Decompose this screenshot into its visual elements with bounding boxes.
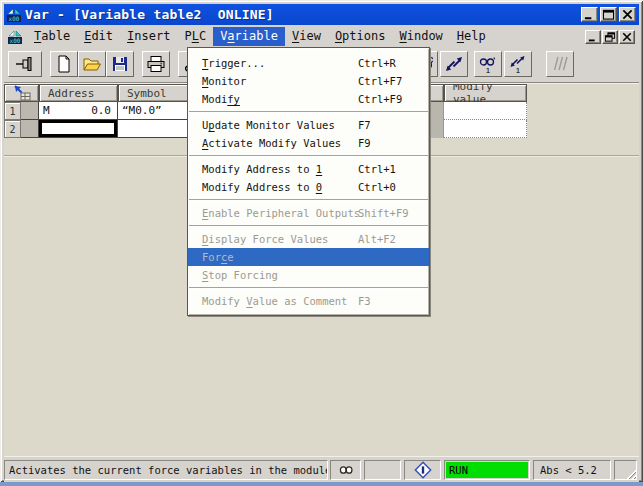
column-header-modify-value[interactable]: Modify value bbox=[444, 84, 527, 102]
modify-value-cell[interactable] bbox=[444, 120, 527, 138]
title-bar-controls bbox=[581, 7, 639, 22]
mdi-restore-button[interactable] bbox=[602, 30, 618, 44]
menu-item-shortcut: Ctrl+1 bbox=[358, 163, 396, 175]
status-monitor-panel bbox=[330, 460, 361, 480]
menu-edit[interactable]: Edit bbox=[77, 27, 120, 46]
menu-item-shortcut: F9 bbox=[358, 137, 371, 149]
menu-bar-items: TableEditInsertPLCVariableViewOptionsWin… bbox=[27, 27, 493, 46]
new-button[interactable] bbox=[50, 51, 78, 77]
menu-separator bbox=[189, 287, 428, 289]
menu-item-stop-forcing[interactable]: Stop Forcing bbox=[188, 266, 429, 284]
status-trigger-panel bbox=[404, 460, 441, 480]
desktop-edge bbox=[0, 482, 643, 486]
toolbar-separator bbox=[42, 51, 50, 77]
window-title: Var - [Variable table2 ONLINE] bbox=[25, 7, 274, 22]
force-icon bbox=[550, 54, 570, 74]
plc-mode-panel: RUN bbox=[444, 460, 530, 480]
menu-variable[interactable]: Variable bbox=[213, 27, 285, 46]
menu-item-label: Modify bbox=[202, 93, 240, 105]
toolbar-separator bbox=[170, 51, 178, 77]
status-empty-panel bbox=[364, 460, 401, 480]
menu-insert[interactable]: Insert bbox=[120, 27, 177, 46]
menu-item-shortcut: Ctrl+F9 bbox=[358, 93, 402, 105]
mdi-document-icon[interactable] bbox=[7, 29, 23, 45]
address-cell[interactable]: M0.0 bbox=[39, 102, 118, 120]
column-header-address[interactable]: Address bbox=[39, 84, 118, 102]
mdi-controls bbox=[585, 30, 639, 44]
toolbar-right-group bbox=[410, 51, 574, 77]
menu-item-label: Enable Peripheral Outputs bbox=[202, 207, 360, 219]
application-window: Var - [Variable table2 ONLINE] TableEdit… bbox=[0, 0, 643, 482]
maximize-icon bbox=[602, 9, 615, 20]
modify-once-button[interactable] bbox=[504, 51, 532, 77]
menu-separator bbox=[189, 155, 428, 157]
resize-grip[interactable] bbox=[624, 467, 637, 480]
table-select-icon bbox=[13, 84, 31, 102]
menu-item-activate-modify-values[interactable]: Activate Modify ValuesF9 bbox=[188, 134, 429, 152]
menu-item-shortcut: F3 bbox=[358, 295, 371, 307]
pin-icon bbox=[15, 54, 35, 74]
menu-item-shortcut: Ctrl+F7 bbox=[358, 75, 402, 87]
menu-item-display-force-values[interactable]: Display Force ValuesAlt+F2 bbox=[188, 230, 429, 248]
maximize-button[interactable] bbox=[600, 7, 617, 22]
menu-table[interactable]: Table bbox=[27, 27, 77, 46]
menu-window[interactable]: Window bbox=[392, 27, 449, 46]
save-button[interactable] bbox=[106, 51, 134, 77]
mdi-close-button[interactable] bbox=[619, 30, 635, 44]
menu-item-enable-peripheral-outputs[interactable]: Enable Peripheral OutputsShift+F9 bbox=[188, 204, 429, 222]
menu-options[interactable]: Options bbox=[328, 27, 393, 46]
address-area: M bbox=[43, 104, 91, 117]
pin-button[interactable] bbox=[8, 51, 42, 77]
menu-item-shortcut: Ctrl+R bbox=[358, 57, 396, 69]
diamond-icon bbox=[414, 461, 432, 479]
print-button[interactable] bbox=[142, 51, 170, 77]
menu-item-trigger[interactable]: Trigger...Ctrl+R bbox=[188, 54, 429, 72]
modify-button[interactable] bbox=[440, 51, 468, 77]
mdi-minimize-icon bbox=[587, 32, 599, 42]
menu-separator bbox=[189, 111, 428, 113]
menu-bar: TableEditInsertPLCVariableViewOptionsWin… bbox=[4, 26, 639, 47]
menu-item-label: Activate Modify Values bbox=[202, 137, 341, 149]
select-all-header[interactable] bbox=[4, 84, 39, 102]
menu-item-monitor[interactable]: MonitorCtrl+F7 bbox=[188, 72, 429, 90]
row-number[interactable]: 1 bbox=[4, 102, 21, 120]
menu-item-modify-address-to-0[interactable]: Modify Address to 0Ctrl+0 bbox=[188, 178, 429, 196]
address-offset: 0.0 bbox=[91, 104, 111, 117]
menu-item-shortcut: Alt+F2 bbox=[358, 233, 396, 245]
run-status-badge: RUN bbox=[446, 462, 528, 478]
menu-help[interactable]: Help bbox=[450, 27, 493, 46]
menu-item-modify-address-to-1[interactable]: Modify Address to 1Ctrl+1 bbox=[188, 160, 429, 178]
menu-item-force[interactable]: Force bbox=[188, 248, 429, 266]
close-button[interactable] bbox=[619, 7, 636, 22]
menu-separator bbox=[189, 199, 428, 201]
row-marker-cell bbox=[21, 120, 39, 138]
menu-item-update-monitor-values[interactable]: Update Monitor ValuesF7 bbox=[188, 116, 429, 134]
abs-status-panel: Abs < 5.2 bbox=[533, 460, 611, 480]
menu-item-label: Modify Address to 1 bbox=[202, 163, 322, 175]
status-bar: Activates the current force variables in… bbox=[4, 456, 639, 482]
glasses-icon bbox=[337, 461, 355, 479]
open-button[interactable] bbox=[78, 51, 106, 77]
app-icon bbox=[6, 7, 22, 23]
print-icon bbox=[146, 54, 166, 74]
monitor-once-button[interactable] bbox=[474, 51, 502, 77]
menu-view[interactable]: View bbox=[285, 27, 328, 46]
row-number[interactable]: 2 bbox=[4, 120, 21, 138]
menu-plc[interactable]: PLC bbox=[177, 27, 213, 46]
menu-item-shortcut: F7 bbox=[358, 119, 371, 131]
menu-item-modify[interactable]: ModifyCtrl+F9 bbox=[188, 90, 429, 108]
status-message: Activates the current force variables in… bbox=[4, 460, 328, 480]
menu-item-shortcut: Ctrl+0 bbox=[358, 181, 396, 193]
menu-item-label: Modify Address to 0 bbox=[202, 181, 322, 193]
monitor-once-icon bbox=[478, 54, 498, 74]
mdi-minimize-button[interactable] bbox=[585, 30, 601, 44]
menu-item-modify-value-as-comment[interactable]: Modify Value as CommentF3 bbox=[188, 292, 429, 310]
address-cell-selected[interactable] bbox=[39, 120, 118, 138]
modify-value-cell[interactable] bbox=[444, 102, 527, 120]
menu-item-shortcut: Shift+F9 bbox=[358, 207, 409, 219]
menu-item-label: Update Monitor Values bbox=[202, 119, 335, 131]
force-button bbox=[546, 51, 574, 77]
close-icon bbox=[621, 9, 634, 20]
minimize-button[interactable] bbox=[581, 7, 598, 22]
new-icon bbox=[54, 54, 74, 74]
